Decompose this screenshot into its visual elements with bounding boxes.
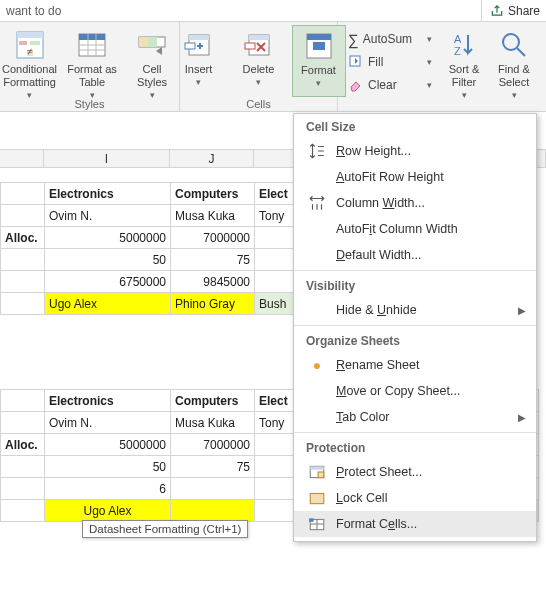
cell[interactable]: Ugo Alex	[45, 293, 171, 315]
menu-tab-color[interactable]: Tab Color ▶	[294, 404, 536, 430]
cell[interactable]: Musa Kuka	[171, 205, 255, 227]
delete-icon	[243, 29, 275, 61]
ribbon-group-styles: ≠ Conditional Formatting ▾ Format as Tab…	[0, 22, 180, 111]
cell[interactable]	[171, 478, 255, 500]
svg-rect-2	[19, 41, 27, 45]
cell[interactable]	[171, 500, 255, 522]
bullet-icon: ●	[308, 357, 326, 373]
svg-rect-32	[310, 466, 324, 469]
sort-filter-icon: AZ	[448, 29, 480, 61]
svg-point-29	[503, 34, 519, 50]
svg-rect-13	[139, 37, 148, 47]
menu-autofit-row[interactable]: AutoFit Row Height	[294, 164, 536, 190]
chevron-down-icon: ▾	[27, 89, 32, 102]
cell[interactable]: 5000000	[45, 434, 171, 456]
svg-rect-33	[318, 472, 324, 478]
data-table-top[interactable]: Electronics Computers Elect Ovim N. Musa…	[0, 182, 295, 315]
tell-me-bar[interactable]: want to do Share	[0, 0, 546, 22]
table-row: Ugo Alex Phino Gray Bush	[1, 293, 295, 315]
cell[interactable]	[255, 249, 295, 271]
menu-section-cell-size: Cell Size	[294, 114, 536, 138]
cell[interactable]: 5000000	[45, 227, 171, 249]
cell[interactable]: 75	[171, 456, 255, 478]
chevron-down-icon: ▾	[427, 80, 432, 90]
cell[interactable]: 7000000	[171, 434, 255, 456]
column-width-icon	[308, 194, 326, 212]
cell[interactable]: Electronics	[45, 183, 171, 205]
chevron-down-icon: ▾	[427, 57, 432, 67]
menu-protect-sheet[interactable]: Protect Sheet...	[294, 459, 536, 485]
delete-button[interactable]: Delete ▾	[232, 25, 286, 97]
cell[interactable]: Computers	[171, 183, 255, 205]
insert-icon	[183, 29, 215, 61]
svg-rect-3	[30, 41, 40, 45]
menu-column-width[interactable]: Column Width...	[294, 190, 536, 216]
svg-rect-1	[17, 32, 43, 38]
row-label[interactable]: Alloc.	[1, 434, 45, 456]
cell[interactable]: Tony	[255, 205, 295, 227]
cell[interactable]	[255, 271, 295, 293]
menu-format-cells[interactable]: Format Cells...	[294, 511, 536, 537]
svg-text:≠: ≠	[27, 46, 33, 57]
svg-rect-7	[79, 34, 105, 40]
tell-me-text: want to do	[6, 4, 61, 18]
cell[interactable]: Electronics	[45, 390, 171, 412]
autosum-button[interactable]: ∑ AutoSum ▾	[344, 29, 436, 49]
sort-filter-button[interactable]: AZ Sort & Filter ▾	[442, 25, 486, 97]
col-header[interactable]	[0, 150, 44, 167]
menu-move-copy[interactable]: Move or Copy Sheet...	[294, 378, 536, 404]
table-row: Ovim N. Musa Kuka Tony	[1, 205, 295, 227]
cell[interactable]: Ovim N.	[45, 205, 171, 227]
cell[interactable]: 50	[45, 456, 171, 478]
row-height-icon	[308, 142, 326, 160]
find-select-button[interactable]: Find & Select ▾	[492, 25, 536, 97]
cell[interactable]: Computers	[171, 390, 255, 412]
svg-rect-19	[249, 35, 269, 40]
cell[interactable]: Phino Gray	[171, 293, 255, 315]
menu-autofit-column[interactable]: AutoFit Column Width	[294, 216, 536, 242]
menu-lock-cell[interactable]: Lock Cell	[294, 485, 536, 511]
conditional-formatting-button[interactable]: ≠ Conditional Formatting ▾	[0, 25, 59, 97]
table-row: 50 75	[1, 249, 295, 271]
cell[interactable]	[255, 227, 295, 249]
clear-button[interactable]: Clear ▾	[344, 75, 436, 95]
col-header-i[interactable]: I	[44, 150, 170, 167]
cell[interactable]: Bush	[255, 293, 295, 315]
cell[interactable]: Elect	[255, 183, 295, 205]
insert-button[interactable]: Insert ▾	[172, 25, 226, 97]
format-as-table-button[interactable]: Format as Table ▾	[65, 25, 119, 97]
svg-rect-24	[307, 34, 331, 40]
cell[interactable]: Musa Kuka	[171, 412, 255, 434]
share-button[interactable]: Share	[481, 0, 546, 22]
menu-default-width[interactable]: Default Width...	[294, 242, 536, 268]
svg-rect-17	[185, 43, 195, 49]
row-label[interactable]: Alloc.	[1, 227, 45, 249]
fill-button[interactable]: Fill ▾	[344, 52, 436, 72]
cell[interactable]: Ovim N.	[45, 412, 171, 434]
cell[interactable]: Ugo Alex	[45, 500, 171, 522]
svg-rect-20	[245, 43, 255, 49]
col-header-j[interactable]: J	[170, 150, 254, 167]
fill-icon	[348, 54, 364, 70]
menu-hide-unhide[interactable]: Hide & Unhide ▶	[294, 297, 536, 323]
cell[interactable]: 75	[171, 249, 255, 271]
ribbon: ≠ Conditional Formatting ▾ Format as Tab…	[0, 22, 546, 112]
menu-rename-sheet[interactable]: ● Rename Sheet	[294, 352, 536, 378]
cell[interactable]: 9845000	[171, 271, 255, 293]
format-icon	[303, 30, 335, 62]
svg-text:Z: Z	[454, 45, 461, 57]
svg-rect-25	[313, 42, 325, 50]
chevron-down-icon: ▾	[256, 76, 261, 89]
cell[interactable]: 6750000	[45, 271, 171, 293]
menu-row-height[interactable]: Row Row Height...Height...	[294, 138, 536, 164]
svg-line-30	[517, 48, 525, 56]
menu-section-visibility: Visibility	[294, 273, 536, 297]
cell[interactable]: 7000000	[171, 227, 255, 249]
svg-rect-34	[310, 494, 324, 504]
eraser-icon	[348, 77, 364, 93]
tooltip: Datasheet Formatting (Ctrl+1)	[82, 520, 248, 538]
cell[interactable]: 6	[45, 478, 171, 500]
cell[interactable]: 50	[45, 249, 171, 271]
chevron-down-icon: ▾	[427, 34, 432, 44]
table-row: Electronics Computers Elect	[1, 183, 295, 205]
